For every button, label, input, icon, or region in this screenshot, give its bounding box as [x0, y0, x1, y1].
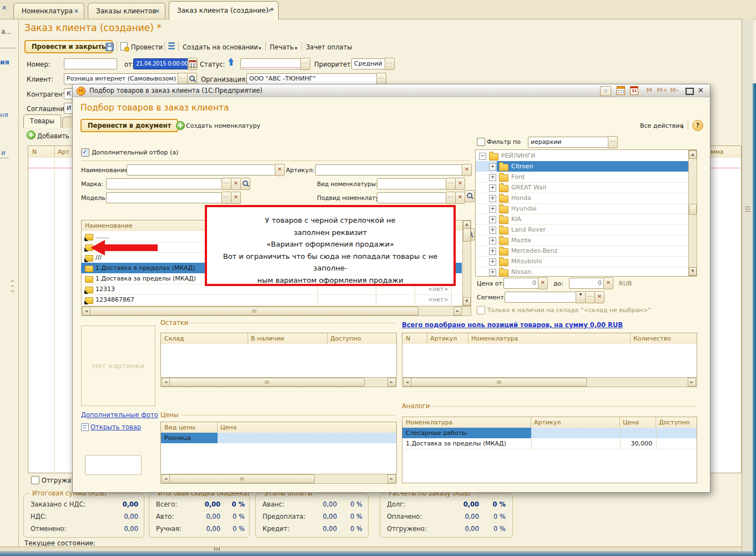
status-field[interactable]	[240, 58, 305, 69]
stock-col[interactable]: Доступно	[330, 335, 361, 342]
scroll-down-icon[interactable]	[689, 267, 697, 276]
scroll-up-icon[interactable]	[463, 221, 471, 229]
post-icon[interactable]	[120, 42, 128, 51]
register-records-icon[interactable]	[168, 42, 175, 50]
additional-photos-link[interactable]: Дополнительные фото	[81, 411, 158, 419]
tab-close-icon[interactable]	[267, 7, 272, 14]
clear-icon[interactable]	[594, 291, 604, 303]
tree-row[interactable]: GREAT Wall	[476, 182, 695, 193]
clear-icon[interactable]	[275, 164, 285, 176]
hierarchy-field[interactable]: иерархии	[528, 137, 611, 148]
name-filter-field[interactable]	[127, 164, 279, 176]
price-row-value-cell[interactable]	[218, 433, 396, 443]
selected-table-body[interactable]	[402, 344, 697, 378]
tab-customer-orders[interactable]: Заказы клиентов	[88, 3, 165, 19]
additional-filter-checkbox[interactable]	[81, 148, 89, 157]
clear-icon[interactable]	[231, 178, 241, 190]
transfer-to-document-button[interactable]: Перенести в документ	[80, 119, 178, 132]
expand-icon[interactable]	[489, 195, 496, 202]
analogs-col[interactable]: Цена	[623, 419, 639, 426]
article-filter-field[interactable]	[315, 164, 466, 176]
clear-icon[interactable]	[231, 192, 241, 204]
tab-close-icon[interactable]	[74, 8, 79, 15]
scroll-right-icon[interactable]	[688, 378, 696, 387]
org-field[interactable]: ООО "АВС -ТЮНИНГ"	[246, 73, 381, 84]
clear-icon[interactable]	[455, 178, 465, 190]
tree-row[interactable]: Ford	[476, 172, 695, 183]
tree-row[interactable]: KIA	[476, 214, 695, 225]
scroll-thumb[interactable]	[411, 378, 587, 387]
product-row[interactable]: 1234867867 <нет>	[81, 294, 462, 305]
filter-by-checkbox[interactable]	[477, 138, 485, 146]
chevron-down-icon[interactable]	[259, 46, 261, 54]
tree-row[interactable]: Hyundai	[476, 203, 695, 214]
date-field[interactable]: 21.04.2015 0:00:00	[133, 58, 192, 69]
all-actions-button[interactable]: Все действия	[640, 122, 683, 129]
expand-icon[interactable]	[489, 237, 496, 244]
dialog-titlebar[interactable]: Подбор товаров в заказ клиента (1С:Предп…	[73, 84, 710, 97]
clear-icon[interactable]	[455, 192, 465, 204]
date-calendar-button[interactable]	[188, 58, 198, 70]
scroll-right-icon[interactable]	[387, 378, 396, 387]
tab-order-create[interactable]: Заказ клиента (создание) *	[169, 1, 279, 20]
scrollbar-grip[interactable]	[745, 207, 750, 207]
close-icon[interactable]	[698, 86, 704, 94]
partial-tab-close-icon[interactable]	[2, 4, 7, 12]
segment-field[interactable]	[505, 292, 580, 303]
tab-close-icon[interactable]	[155, 8, 160, 15]
clear-icon[interactable]	[603, 277, 613, 289]
select-button[interactable]	[221, 178, 231, 190]
post-and-close-button[interactable]: Провести и закрыть	[24, 40, 113, 53]
category-tree[interactable]: РЕЙЛИНГИ Citroen Ford GREAT Wall	[475, 149, 697, 277]
tree-row[interactable]: Honda	[476, 193, 695, 204]
collapse-icon[interactable]	[479, 153, 486, 160]
splitter-grip[interactable]	[11, 280, 14, 282]
create-based-on-button[interactable]: Создать на основании	[183, 43, 258, 51]
selected-col[interactable]: Количество	[633, 335, 671, 342]
analog-row-selected[interactable]: Слесарные работы	[402, 428, 531, 438]
prices-col[interactable]: Вид цены	[164, 424, 195, 431]
calculator-icon[interactable]	[617, 86, 625, 95]
subkind-filter-field[interactable]	[377, 192, 450, 203]
goods-col-art[interactable]: Арт	[58, 148, 69, 156]
tree-vscrollbar[interactable]	[688, 150, 697, 276]
priority-field[interactable]: Средний	[351, 58, 389, 69]
selected-col[interactable]: Номенклатура	[471, 335, 518, 342]
client-select-button[interactable]	[178, 73, 188, 85]
search-icon[interactable]	[240, 178, 250, 190]
goods-col-n[interactable]: N	[32, 148, 37, 156]
scroll-thumb[interactable]	[169, 378, 365, 387]
scroll-down-icon[interactable]	[463, 297, 471, 305]
status-up-arrow-icon[interactable]	[228, 58, 235, 66]
stock-table-body[interactable]	[160, 344, 397, 378]
status-select-button[interactable]	[300, 58, 310, 70]
analogs-table-body[interactable]: Слесарные работы 1.Доставка за пределы (…	[402, 428, 697, 483]
analog-row[interactable]: 1.Доставка за пределы (МКАД) 30,000	[402, 438, 697, 449]
open-item-link[interactable]: Открыть товар	[90, 423, 141, 431]
scroll-left-icon[interactable]	[403, 378, 411, 387]
expand-icon[interactable]	[489, 258, 496, 266]
scrollbar-grip[interactable]	[214, 548, 215, 550]
client-search-button[interactable]	[187, 73, 197, 85]
chevron-down-icon[interactable]	[295, 46, 298, 54]
scroll-left-icon[interactable]	[82, 307, 90, 315]
payment-offset-button[interactable]: Зачет оплаты	[306, 43, 352, 51]
sidebar-fragment[interactable]: а...	[1, 28, 12, 36]
ship-checkbox[interactable]	[31, 476, 39, 484]
number-field[interactable]	[64, 58, 117, 69]
analog-row-selected-cells[interactable]	[531, 428, 697, 438]
products-hscrollbar[interactable]	[81, 306, 471, 316]
calendar-icon[interactable]: 31	[630, 86, 638, 95]
expand-icon[interactable]	[489, 248, 496, 255]
price-to-field[interactable]: 0	[569, 278, 604, 289]
expand-icon[interactable]	[489, 269, 496, 276]
sidebar-fragment[interactable]: ия	[0, 58, 9, 66]
scroll-left-icon[interactable]	[162, 474, 170, 483]
tab-goods[interactable]: Товары	[23, 114, 61, 128]
dropdown-button[interactable]	[576, 291, 586, 303]
select-button[interactable]	[446, 178, 456, 190]
prices-col[interactable]: Цена	[220, 424, 236, 431]
search-icon[interactable]	[465, 190, 475, 202]
clear-icon[interactable]	[538, 277, 548, 289]
help-button[interactable]: ?	[692, 120, 703, 131]
